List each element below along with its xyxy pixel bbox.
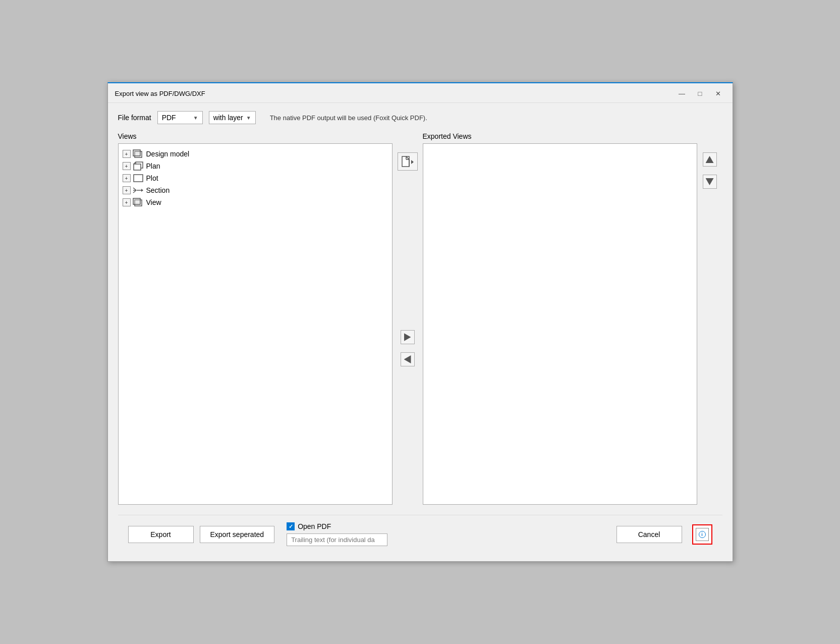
section-icon	[133, 186, 144, 195]
svg-marker-9	[141, 189, 143, 192]
window-title: Export view as PDF/DWG/DXF	[115, 90, 205, 97]
svg-rect-2	[134, 164, 141, 170]
middle-controls	[393, 132, 423, 505]
expand-plot[interactable]: +	[123, 174, 131, 182]
exported-panel: Exported Views	[423, 132, 697, 505]
design-model-label: Design model	[146, 150, 190, 158]
expand-plan[interactable]: +	[123, 162, 131, 170]
down-arrow-icon	[706, 178, 714, 185]
plan-icon	[133, 162, 144, 171]
svg-marker-15	[411, 160, 414, 164]
export-button[interactable]: Export	[128, 526, 194, 543]
format-dropdown-arrow: ▼	[193, 115, 198, 121]
info-btn-inner: i	[696, 528, 709, 541]
info-icon: i	[699, 531, 706, 538]
cancel-button[interactable]: Cancel	[617, 526, 682, 543]
expand-design-model[interactable]: +	[123, 150, 131, 158]
title-bar: Export view as PDF/DWG/DXF — □ ✕	[108, 83, 733, 103]
remove-from-exported-button[interactable]	[401, 352, 415, 366]
view-label: View	[146, 198, 161, 206]
close-button[interactable]: ✕	[710, 87, 726, 99]
move-up-button[interactable]	[703, 152, 717, 167]
title-bar-controls: — □ ✕	[674, 87, 726, 99]
left-arrow-icon	[404, 355, 411, 363]
svg-rect-11	[133, 198, 140, 204]
open-pdf-label: Open PDF	[298, 522, 331, 530]
exported-panel-label: Exported Views	[423, 132, 697, 140]
tree-item-plan[interactable]: + Plan	[121, 160, 390, 172]
right-arrow-icon	[404, 333, 411, 341]
plan-label: Plan	[146, 162, 160, 170]
plot-icon	[133, 174, 144, 183]
format-dropdown[interactable]: PDF ▼	[157, 111, 203, 124]
svg-rect-4	[134, 175, 143, 182]
main-window: Export view as PDF/DWG/DXF — □ ✕ File fo…	[107, 82, 733, 562]
format-info-text: The native PDF output will be used (Foxi…	[270, 114, 427, 122]
exported-tree-box	[423, 143, 697, 505]
main-content: File format PDF ▼ with layer ▼ The nativ…	[108, 103, 733, 561]
view-icon	[133, 198, 144, 207]
layer-dropdown-value: with layer	[213, 114, 243, 122]
maximize-button[interactable]: □	[692, 87, 708, 99]
open-pdf-checkbox[interactable]	[287, 522, 295, 530]
add-to-exported-button[interactable]	[401, 330, 415, 344]
file-format-label: File format	[118, 114, 151, 122]
layer-dropdown-arrow: ▼	[246, 115, 251, 121]
move-down-button[interactable]	[703, 175, 717, 189]
views-panel-label: Views	[118, 132, 393, 140]
svg-rect-1	[133, 150, 140, 156]
tree-item-design-model[interactable]: + Design model	[121, 148, 390, 160]
panels-row: Views + Design model	[118, 132, 722, 505]
bottom-bar: Export Export seperated Open PDF Cancel …	[118, 515, 722, 553]
tree-item-plot[interactable]: + Plot	[121, 172, 390, 184]
open-pdf-area: Open PDF	[287, 522, 387, 546]
file-format-row: File format PDF ▼ with layer ▼ The nativ…	[118, 111, 722, 124]
layer-dropdown[interactable]: with layer ▼	[209, 111, 256, 124]
up-arrow-icon	[706, 156, 714, 163]
transfer-icon-button[interactable]	[398, 152, 418, 171]
info-button[interactable]: i	[692, 524, 712, 545]
plot-label: Plot	[146, 174, 158, 182]
open-pdf-row: Open PDF	[287, 522, 387, 530]
expand-view[interactable]: +	[123, 198, 131, 206]
section-label: Section	[146, 186, 170, 194]
tree-item-view[interactable]: + View	[121, 196, 390, 208]
format-dropdown-value: PDF	[162, 114, 176, 122]
minimize-button[interactable]: —	[674, 87, 690, 99]
views-panel: Views + Design model	[118, 132, 393, 505]
tree-item-section[interactable]: + Section	[121, 184, 390, 196]
design-model-icon	[133, 149, 144, 158]
views-tree-box: + Design model +	[118, 143, 393, 505]
trailing-text-input[interactable]	[287, 533, 387, 546]
right-controls	[697, 132, 722, 505]
expand-section[interactable]: +	[123, 186, 131, 194]
export-separated-button[interactable]: Export seperated	[200, 526, 275, 543]
